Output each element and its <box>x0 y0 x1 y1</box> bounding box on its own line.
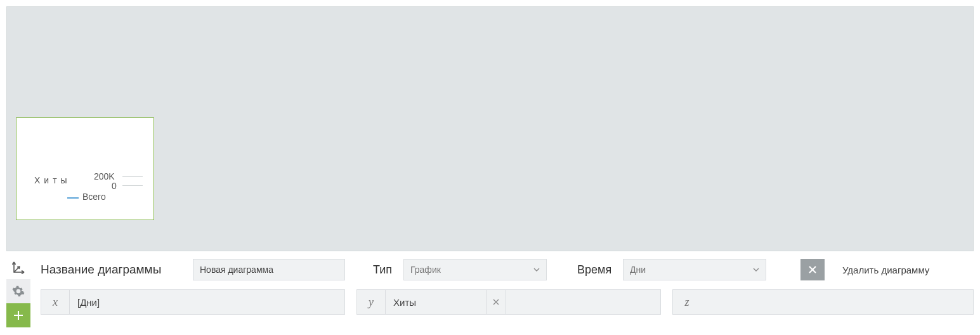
chart-time-select[interactable]: Дни <box>623 259 766 280</box>
thumb-legend-label: Всего <box>82 192 106 202</box>
gear-icon <box>12 285 25 298</box>
chart-canvas: Хиты 200K 0 Всего <box>6 6 974 251</box>
z-axis-field[interactable]: z <box>672 289 974 315</box>
chart-type-value: График <box>410 265 441 275</box>
chart-thumbnail[interactable]: Хиты 200K 0 Всего <box>16 117 154 220</box>
x-axis-letter: x <box>41 296 69 309</box>
axes-icon <box>11 260 25 274</box>
settings-tab-button[interactable] <box>6 279 30 303</box>
chart-type-select[interactable]: График <box>403 259 547 280</box>
thumb-gridline <box>122 185 143 186</box>
delete-chart-label[interactable]: Удалить диаграмму <box>842 265 929 275</box>
plus-icon <box>13 310 24 321</box>
y-axis-clear-button[interactable] <box>487 299 506 305</box>
panel-sidebar <box>6 255 30 327</box>
y-axis-value: Хиты <box>385 290 487 314</box>
axes-tab-button[interactable] <box>6 255 30 279</box>
thumb-gridline <box>122 176 143 177</box>
chart-name-value: Новая диаграмма <box>200 265 273 275</box>
add-button[interactable] <box>6 303 30 327</box>
delete-chart-button[interactable] <box>800 259 825 280</box>
chevron-down-icon <box>533 268 540 272</box>
close-icon <box>493 299 499 305</box>
chevron-down-icon <box>753 268 759 272</box>
chart-name-input[interactable]: Новая диаграмма <box>193 259 345 280</box>
x-axis-field[interactable]: x [Дни] <box>41 289 345 315</box>
y-axis-field[interactable]: y Хиты <box>356 289 661 315</box>
thumb-tick-top: 200K <box>94 171 115 181</box>
z-axis-value <box>701 290 973 314</box>
chart-time-label: Время <box>577 263 614 277</box>
chart-name-label: Название диаграммы <box>41 263 184 277</box>
thumb-legend-swatch <box>67 197 79 199</box>
thumb-y-axis-label: Хиты <box>34 175 71 185</box>
thumb-tick-bottom: 0 <box>112 181 117 191</box>
y-axis-extra[interactable] <box>506 290 660 314</box>
close-icon <box>808 265 817 274</box>
chart-type-label: Тип <box>373 263 395 277</box>
z-axis-letter: z <box>673 296 701 309</box>
chart-time-value: Дни <box>630 265 646 275</box>
config-panel: Название диаграммы Новая диаграмма Тип Г… <box>6 253 974 329</box>
x-axis-value: [Дни] <box>69 290 344 314</box>
y-axis-letter: y <box>357 296 385 309</box>
